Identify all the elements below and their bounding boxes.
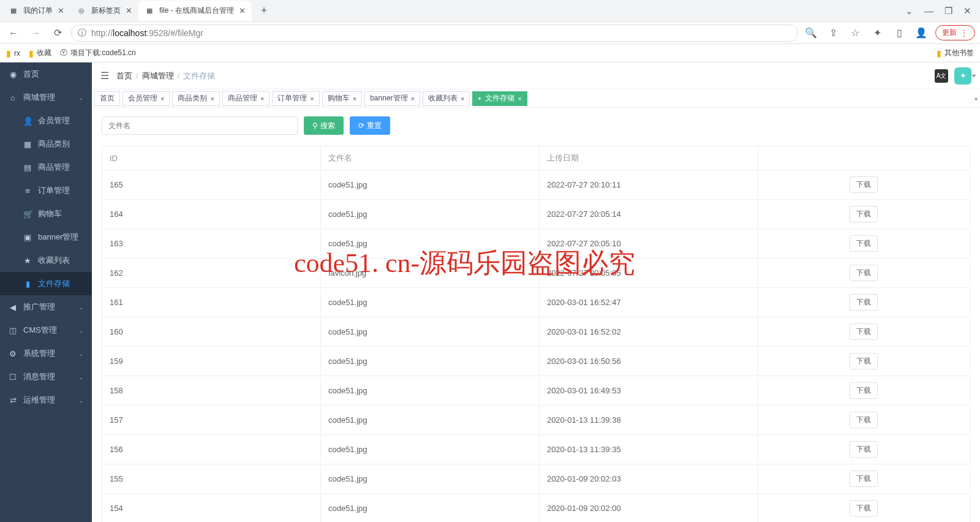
close-icon[interactable]: × [160,95,164,102]
close-icon[interactable]: × [461,95,464,102]
sidebar-item[interactable]: ☐消息管理⌄ [0,365,92,388]
close-icon[interactable]: ✕ [58,6,64,15]
sidebar-item[interactable]: ≡订单管理 [0,179,92,202]
table-row: 163code51.jpg2022-07-27 20:05:10下载 [102,229,970,259]
tag-scroll-icon[interactable]: ▾ [974,96,978,102]
download-button[interactable]: 下载 [850,323,878,340]
sidebar-item[interactable]: ▮文件存储 [0,272,92,295]
forward-button[interactable]: → [27,25,44,42]
sidebar-item[interactable]: ⌂商城管理⌄ [0,86,92,109]
panel-icon[interactable]: ▯ [891,25,907,41]
sidebar-item[interactable]: 👤会员管理 [0,109,92,132]
sidebar-item[interactable]: 🛒购物车 [0,202,92,225]
chevron-down-icon[interactable]: ⌄ [905,6,913,17]
sidebar-label: 会员管理 [38,115,70,126]
avatar[interactable]: ✦ [954,67,971,85]
sidebar-item[interactable]: ◀推广管理⌄ [0,295,92,319]
sidebar-item[interactable]: ⚙系统管理⌄ [0,342,92,365]
tag-label: 收藏列表 [428,93,458,104]
close-icon[interactable]: × [518,95,521,102]
reload-button[interactable]: ⟳ [49,25,66,42]
download-button[interactable]: 下载 [850,471,878,487]
new-tab-button[interactable]: + [255,2,273,20]
breadcrumb-mall[interactable]: 商城管理 [142,70,174,81]
close-window-icon[interactable]: ✕ [963,6,971,17]
minimize-icon[interactable]: — [924,6,933,16]
download-button[interactable]: 下载 [850,382,878,399]
tag-label: 商品类别 [178,93,207,104]
bookmark-item[interactable]: ▮收藏 [29,48,51,58]
download-button[interactable]: 下载 [850,353,878,369]
view-tag[interactable]: 会员管理× [123,91,170,106]
sidebar-item[interactable]: ★收藏列表 [0,249,92,272]
close-icon[interactable]: ✕ [239,6,246,15]
update-button[interactable]: 更新 ⋮ [935,25,975,40]
info-icon[interactable]: ⓘ [78,28,86,39]
download-button[interactable]: 下载 [850,294,878,311]
search-button[interactable]: ⚲搜索 [304,116,344,135]
maximize-icon[interactable]: ❐ [944,6,952,17]
folder-icon: ▮ [23,279,32,289]
reset-button[interactable]: ⟳重置 [350,116,390,135]
view-tag[interactable]: 商品类别× [172,91,219,106]
cell-name: code51.jpg [320,317,539,347]
extension-icon[interactable]: ✦ [869,25,885,41]
share-icon[interactable]: ⇪ [825,25,841,41]
cell-name: code51.jpg [320,464,539,494]
hamburger-icon[interactable]: ☰ [100,70,109,81]
sidebar-item[interactable]: ⇄运维管理⌄ [0,388,92,412]
address-bar[interactable]: ⓘ http://localhost:9528/#/fileMgr [71,25,798,42]
tab-title: file - 在线商城后台管理 [159,6,234,16]
close-icon[interactable]: × [310,95,314,102]
close-icon[interactable]: × [210,95,214,102]
browser-tab[interactable]: ◎ 新标签页 ✕ [70,1,138,21]
view-tag[interactable]: 订单管理× [272,91,319,106]
reset-icon: ⟳ [358,121,364,130]
browser-tab-active[interactable]: ▦ file - 在线商城后台管理 ✕ [138,1,252,21]
bookmark-item[interactable]: ▮rx [6,48,20,58]
close-icon[interactable]: × [353,95,356,102]
view-tag[interactable]: 文件存储× [472,91,527,106]
bookmark-item[interactable]: Ⓨ项目下载:code51.cn [60,48,136,58]
browser-tab[interactable]: ▦ 我的订单 ✕ [2,1,70,21]
bookmarks-bar: ▮rx ▮收藏 Ⓨ项目下载:code51.cn ▮其他书签 [0,44,980,62]
download-button[interactable]: 下载 [850,412,878,428]
sidebar-item[interactable]: ▦商品类别 [0,132,92,156]
sidebar-item[interactable]: ▣banner管理 [0,225,92,249]
view-tag[interactable]: 商品管理× [222,91,270,106]
search-icon[interactable]: 🔍 [803,25,819,41]
language-icon[interactable]: A文 [935,69,948,83]
view-tag[interactable]: 购物车× [322,91,362,106]
sidebar-item[interactable]: ▤商品管理 [0,156,92,179]
download-button[interactable]: 下载 [850,206,878,222]
sidebar-item[interactable]: ◉首页 [0,62,92,86]
cell-name: code51.jpg [320,347,539,376]
back-button[interactable]: ← [5,25,22,42]
close-icon[interactable]: × [260,95,264,102]
view-tag[interactable]: 收藏列表× [423,91,470,106]
view-tag[interactable]: 首页 [94,91,120,106]
download-button[interactable]: 下载 [850,441,878,458]
tag-label: 购物车 [328,93,350,104]
star-icon[interactable]: ☆ [847,25,863,41]
browser-chrome: ▦ 我的订单 ✕ ◎ 新标签页 ✕ ▦ file - 在线商城后台管理 ✕ + … [0,0,980,62]
address-bar-row: ← → ⟳ ⓘ http://localhost:9528/#/fileMgr … [0,22,980,44]
download-button[interactable]: 下载 [850,500,878,516]
close-icon[interactable]: × [411,95,415,102]
tab-title: 新标签页 [91,6,121,16]
cell-id: 157 [102,406,321,435]
filename-input[interactable] [102,116,298,135]
download-button[interactable]: 下载 [850,235,878,252]
cell-name: code51.jpg [320,376,539,406]
close-icon[interactable]: ✕ [126,6,132,15]
download-button[interactable]: 下载 [850,265,878,281]
cell-id: 162 [102,259,321,288]
download-button[interactable]: 下载 [850,176,878,193]
search-icon: ⚲ [312,121,318,130]
sidebar-item[interactable]: ◫CMS管理⌄ [0,319,92,342]
profile-icon[interactable]: 👤 [913,25,929,41]
sidebar-label: CMS管理 [23,325,57,336]
other-bookmarks[interactable]: ▮其他书签 [937,48,974,58]
breadcrumb-home[interactable]: 首页 [116,70,132,81]
view-tag[interactable]: banner管理× [364,91,420,106]
